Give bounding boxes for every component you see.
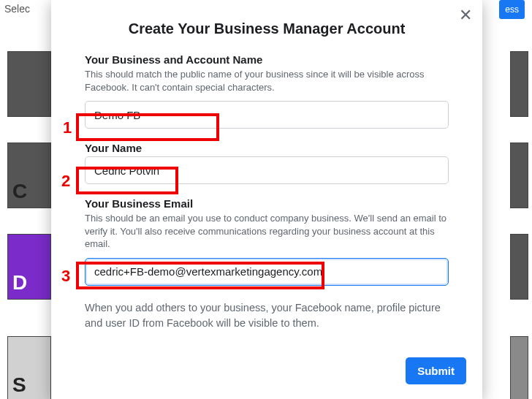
bg-tile bbox=[510, 234, 528, 300]
bg-tile: S bbox=[7, 336, 51, 399]
bg-button-fragment: ess bbox=[499, 0, 525, 19]
bg-tile bbox=[510, 336, 528, 399]
bg-text: Selec bbox=[4, 3, 30, 15]
business-email-help: This should be an email you use to condu… bbox=[85, 212, 449, 251]
business-email-input[interactable] bbox=[85, 258, 449, 286]
bg-tile bbox=[510, 142, 528, 208]
business-email-label: Your Business Email bbox=[85, 197, 449, 210]
business-name-label: Your Business and Account Name bbox=[85, 53, 449, 66]
privacy-notice: When you add others to your business, yo… bbox=[85, 300, 449, 331]
bg-tile bbox=[7, 51, 51, 117]
modal-content: Your Business and Account Name This shou… bbox=[51, 53, 482, 331]
bg-tile bbox=[510, 51, 528, 117]
business-name-help: This should match the public name of you… bbox=[85, 68, 449, 94]
bg-tile: C bbox=[7, 142, 51, 208]
close-icon[interactable]: ✕ bbox=[459, 7, 472, 23]
modal-title: Create Your Business Manager Account bbox=[51, 20, 482, 37]
bg-tile: D bbox=[7, 234, 51, 300]
business-name-input[interactable] bbox=[85, 101, 449, 129]
submit-row: Submit bbox=[51, 357, 482, 384]
your-name-input[interactable] bbox=[85, 156, 449, 184]
your-name-label: Your Name bbox=[85, 142, 449, 154]
create-business-modal: ✕ Create Your Business Manager Account Y… bbox=[51, 0, 482, 399]
submit-button[interactable]: Submit bbox=[406, 357, 466, 384]
